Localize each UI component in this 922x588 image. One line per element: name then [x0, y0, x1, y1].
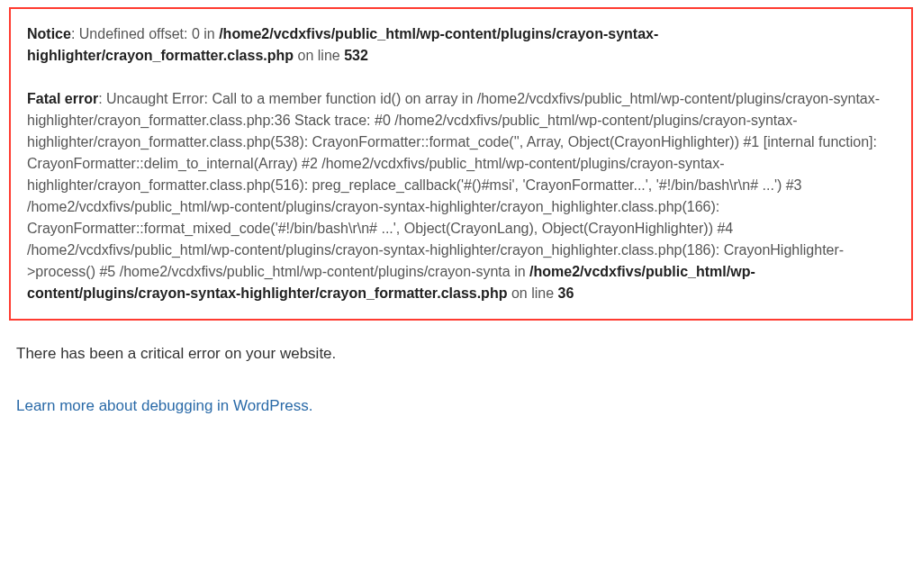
notice-error-block: Notice: Undefined offset: 0 in /home2/vc…: [27, 23, 895, 67]
notice-message: : Undefined offset: 0 in: [71, 26, 219, 41]
debug-link[interactable]: Learn more about debugging in WordPress.: [9, 397, 313, 414]
fatal-online: on line: [507, 285, 557, 301]
notice-line: 532: [344, 48, 368, 63]
critical-error-message: There has been a critical error on your …: [9, 342, 913, 366]
fatal-line: 36: [557, 285, 574, 301]
php-error-box: Notice: Undefined offset: 0 in /home2/vc…: [9, 7, 913, 321]
fatal-label: Fatal error: [27, 91, 98, 106]
fatal-message: : Uncaught Error: Call to a member funct…: [27, 91, 880, 279]
notice-online: on line: [294, 48, 344, 63]
fatal-error-block: Fatal error: Uncaught Error: Call to a m…: [27, 88, 895, 304]
notice-label: Notice: [27, 26, 71, 41]
